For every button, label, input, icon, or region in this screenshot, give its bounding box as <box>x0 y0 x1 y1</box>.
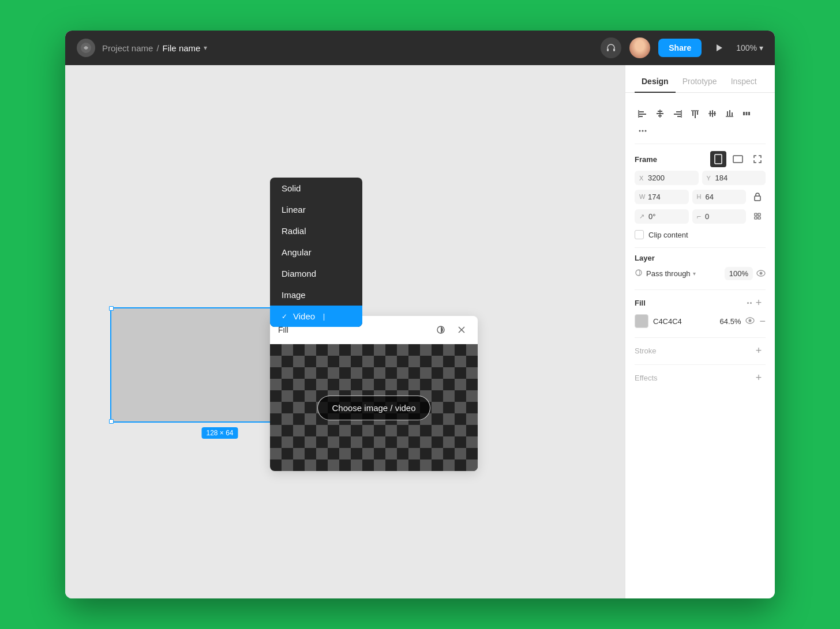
avatar[interactable] <box>629 37 650 58</box>
effects-section-header: Effects + <box>635 371 766 385</box>
tab-design[interactable]: Design <box>635 71 676 93</box>
zoom-control[interactable]: 100% ▾ <box>736 43 763 52</box>
svg-rect-2 <box>613 48 615 51</box>
x-field[interactable]: X 3200 <box>635 171 699 185</box>
dropdown-option-diamond[interactable]: Diamond <box>270 263 362 284</box>
fill-add-button[interactable]: + <box>752 296 766 310</box>
divider-2 <box>635 289 766 290</box>
svg-rect-37 <box>715 155 722 164</box>
fill-color-swatch[interactable] <box>635 314 648 328</box>
more-align-button[interactable] <box>635 123 651 139</box>
svg-point-44 <box>636 270 642 276</box>
svg-rect-1 <box>607 48 609 51</box>
clip-content-checkbox[interactable] <box>635 230 644 239</box>
align-right-button[interactable] <box>669 106 685 122</box>
align-top-button[interactable] <box>687 106 703 122</box>
svg-point-36 <box>645 130 647 132</box>
svg-rect-27 <box>727 111 728 116</box>
dropdown-option-angular[interactable]: Angular <box>270 242 362 263</box>
frame-label: Frame <box>635 155 707 164</box>
fill-panel-actions <box>433 322 470 338</box>
right-panel: Design Prototype Inspect <box>625 65 775 598</box>
fill-remove-button[interactable]: − <box>759 315 766 327</box>
align-center-h-button[interactable] <box>652 106 668 122</box>
lock-proportions-icon[interactable] <box>749 189 766 205</box>
dropdown-option-image[interactable]: Image <box>270 284 362 306</box>
rotation-field[interactable]: ↗ 0° <box>635 209 689 224</box>
panel-content: Frame X 3200 <box>625 93 775 598</box>
svg-rect-38 <box>733 156 742 163</box>
fill-options-icon[interactable] <box>747 302 752 304</box>
play-button[interactable] <box>710 39 728 57</box>
svg-rect-39 <box>755 196 760 201</box>
frame-header-row: Frame <box>635 151 766 167</box>
svg-rect-29 <box>732 112 733 116</box>
h-field[interactable]: H 64 <box>692 190 747 204</box>
fill-visibility-icon[interactable] <box>745 317 755 326</box>
x-value: 3200 <box>648 174 694 182</box>
fill-title: Fill <box>635 299 747 307</box>
layer-opacity-value[interactable]: 100% <box>725 267 753 280</box>
w-field[interactable]: W 174 <box>635 190 689 204</box>
rotation-corner-row: ↗ 0° ⌐ 0 <box>635 208 766 224</box>
corner-value: 0 <box>705 212 741 221</box>
fill-color-hex[interactable]: C4C4C4 <box>653 317 715 326</box>
effects-add-button[interactable]: + <box>752 371 766 385</box>
main-area: 128 × 64 Solid Linear Radial Angular Dia… <box>65 65 775 598</box>
rotation-value: 0° <box>648 212 684 221</box>
h-label: H <box>697 193 704 200</box>
resize-handle-tl[interactable] <box>109 306 114 311</box>
svg-rect-40 <box>755 213 757 216</box>
stroke-section-header: Stroke + <box>635 344 766 357</box>
x-label: X <box>639 175 646 182</box>
h-value: 64 <box>706 193 742 201</box>
wh-field-row: W 174 H 64 <box>635 189 766 205</box>
opacity-icon[interactable] <box>433 322 449 338</box>
zoom-value: 100% <box>736 43 757 52</box>
frame-resize-icon[interactable] <box>749 151 766 167</box>
align-center-v-button[interactable] <box>704 106 720 122</box>
frame-section: Frame X 3200 <box>635 151 766 224</box>
svg-rect-42 <box>755 217 757 219</box>
canvas[interactable]: 128 × 64 Solid Linear Radial Angular Dia… <box>65 65 625 598</box>
svg-point-35 <box>642 130 644 132</box>
align-bottom-button[interactable] <box>721 106 737 122</box>
blend-mode-chevron: ▾ <box>693 270 696 277</box>
distribute-button[interactable] <box>738 106 755 122</box>
dropdown-option-video[interactable]: ✓ Video | <box>270 306 362 327</box>
corner-icon: ⌐ <box>697 212 702 221</box>
close-icon[interactable] <box>453 322 470 338</box>
chevron-down-icon: ▾ <box>759 43 763 52</box>
chevron-down-icon[interactable]: ▾ <box>204 44 207 52</box>
divider-3 <box>635 337 766 338</box>
corner-field[interactable]: ⌐ 0 <box>692 209 747 224</box>
tab-inspect[interactable]: Inspect <box>724 71 764 93</box>
svg-rect-9 <box>639 116 643 117</box>
share-button[interactable]: Share <box>658 39 702 57</box>
dropdown-option-linear[interactable]: Linear <box>270 199 362 220</box>
blend-mode-value: Pass through <box>646 269 691 278</box>
effects-title: Effects <box>635 374 752 382</box>
frame-landscape-icon[interactable] <box>730 151 746 167</box>
divider-4 <box>635 364 766 365</box>
choose-media-button[interactable]: Choose image / video <box>317 396 430 420</box>
svg-point-46 <box>760 272 763 274</box>
layer-blend-mode[interactable]: Pass through ▾ <box>646 269 696 278</box>
frame-portrait-icon[interactable] <box>710 151 726 167</box>
w-value: 174 <box>648 193 684 201</box>
svg-rect-20 <box>695 111 696 118</box>
headphone-button[interactable] <box>601 37 621 58</box>
y-field[interactable]: Y 184 <box>702 171 766 185</box>
corner-mode-icon[interactable] <box>749 208 766 224</box>
svg-rect-19 <box>692 111 693 116</box>
layer-visibility-icon[interactable] <box>756 269 766 278</box>
dropdown-option-solid[interactable]: Solid <box>270 178 362 199</box>
stroke-add-button[interactable]: + <box>752 344 766 357</box>
tab-prototype[interactable]: Prototype <box>676 71 724 93</box>
fill-opacity-value[interactable]: 64.5% <box>720 317 741 326</box>
align-left-button[interactable] <box>635 106 651 122</box>
resize-handle-bl[interactable] <box>109 419 114 424</box>
video-preview: Choose image / video <box>270 344 478 471</box>
dropdown-option-radial[interactable]: Radial <box>270 220 362 242</box>
app-logo <box>77 39 95 57</box>
